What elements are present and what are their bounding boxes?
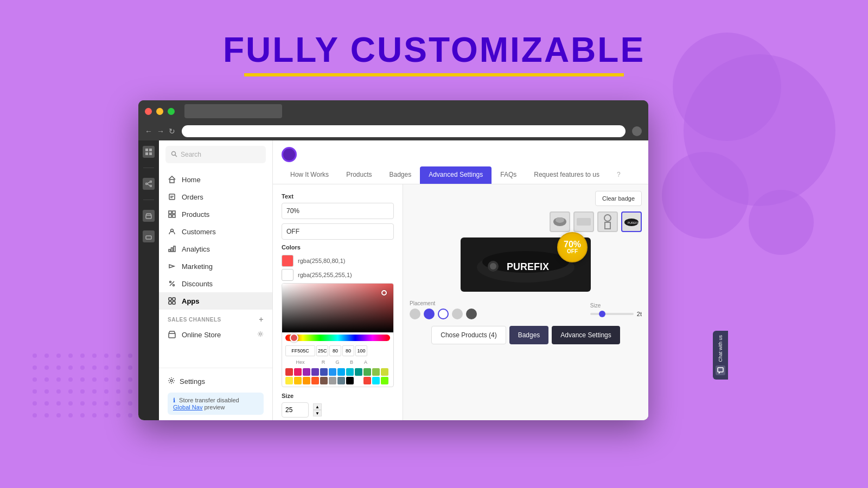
back-button[interactable]: ← bbox=[145, 127, 152, 136]
a-input[interactable] bbox=[355, 345, 367, 356]
color-swatch-small-12[interactable] bbox=[285, 377, 293, 384]
settings-item[interactable]: Settings bbox=[168, 374, 264, 389]
clear-badge-button[interactable]: Clear badge bbox=[595, 191, 642, 206]
icon-sidebar-store[interactable] bbox=[143, 210, 155, 222]
color-swatch-small-19[interactable] bbox=[346, 377, 354, 384]
sidebar-item-orders[interactable]: Orders bbox=[159, 188, 272, 206]
color-swatch-small-18[interactable] bbox=[337, 377, 345, 384]
size-label: Size bbox=[282, 393, 394, 399]
color-picker[interactable]: Hex R G B A bbox=[282, 283, 394, 387]
size-decrement[interactable]: ▼ bbox=[313, 410, 322, 416]
size-increment[interactable]: ▲ bbox=[313, 403, 322, 410]
thumb-3[interactable] bbox=[597, 211, 618, 232]
tab-request-features[interactable]: Request features to us bbox=[525, 166, 608, 184]
size-slider-thumb[interactable] bbox=[599, 311, 605, 317]
tab-products[interactable]: Products bbox=[337, 166, 380, 184]
store-settings-icon[interactable] bbox=[257, 331, 264, 339]
sidebar-item-marketing[interactable]: Marketing bbox=[159, 258, 272, 275]
traffic-light-green[interactable] bbox=[168, 108, 175, 115]
tab-faqs[interactable]: FAQs bbox=[492, 166, 525, 184]
global-nav-link[interactable]: Global Nav bbox=[173, 404, 202, 410]
tab-help[interactable]: ? bbox=[608, 166, 629, 184]
chat-icon[interactable] bbox=[716, 365, 725, 375]
dot-25 bbox=[92, 377, 97, 382]
icon-sidebar-settings2[interactable] bbox=[143, 230, 155, 242]
traffic-light-red[interactable] bbox=[145, 108, 152, 115]
sidebar-item-online-store[interactable]: Online Store bbox=[159, 326, 272, 343]
refresh-button[interactable]: ↻ bbox=[169, 127, 175, 136]
placement-dot-mr[interactable] bbox=[466, 309, 477, 319]
thumb-2[interactable] bbox=[573, 211, 594, 232]
b-input[interactable] bbox=[342, 345, 354, 356]
sidebar-item-discounts[interactable]: Discounts bbox=[159, 275, 272, 292]
color-swatch-small-16[interactable] bbox=[320, 377, 328, 384]
tab-advanced-settings[interactable]: Advanced Settings bbox=[420, 166, 492, 184]
tab-badges[interactable]: Badges bbox=[380, 166, 420, 184]
thumb-1[interactable] bbox=[550, 211, 570, 232]
badges-button[interactable]: Badges bbox=[509, 326, 549, 344]
color-swatch-small-9[interactable] bbox=[363, 368, 371, 376]
text-input-1[interactable] bbox=[282, 203, 394, 219]
sidebar-item-home[interactable]: Home bbox=[159, 171, 272, 188]
sidebar-item-apps[interactable]: Apps bbox=[159, 292, 272, 310]
color-swatch-small-14[interactable] bbox=[303, 377, 310, 384]
placement-dot-ml[interactable] bbox=[452, 309, 463, 319]
color-swatch-small-6[interactable] bbox=[337, 368, 345, 376]
traffic-light-yellow[interactable] bbox=[156, 108, 163, 115]
browser-chrome bbox=[138, 100, 648, 122]
color-swatch-small-13[interactable] bbox=[294, 377, 302, 384]
add-channel-icon[interactable]: + bbox=[259, 315, 264, 324]
color-swatch-small-15[interactable] bbox=[311, 377, 319, 384]
color-swatch-small-20[interactable] bbox=[355, 377, 362, 384]
color-swatch-small-22[interactable] bbox=[372, 377, 380, 384]
sidebar-item-analytics[interactable]: Analytics bbox=[159, 240, 272, 258]
thumb-4[interactable]: PUREFIX bbox=[621, 211, 642, 232]
color-inputs-row bbox=[282, 343, 393, 358]
orders-icon bbox=[168, 192, 176, 201]
icon-sidebar-dashboard[interactable] bbox=[143, 146, 155, 158]
hue-cursor[interactable] bbox=[290, 333, 298, 342]
choose-products-button[interactable]: Chose Products (4) bbox=[431, 326, 506, 344]
size-slider[interactable] bbox=[590, 313, 634, 315]
hex-input[interactable] bbox=[285, 345, 315, 356]
hue-bar[interactable] bbox=[285, 335, 390, 341]
color-swatch-small-8[interactable] bbox=[355, 368, 362, 376]
r-input[interactable] bbox=[316, 345, 328, 356]
placement-dot-tl[interactable] bbox=[410, 309, 420, 319]
sidebar-item-customers[interactable]: Customers bbox=[159, 223, 272, 240]
color-swatch-small-23[interactable] bbox=[381, 377, 388, 384]
svg-rect-47 bbox=[718, 368, 723, 372]
color-swatch-small-21[interactable] bbox=[363, 377, 371, 384]
color-swatch-small-17[interactable] bbox=[329, 377, 336, 384]
color-swatch-small-1[interactable] bbox=[294, 368, 302, 376]
color-swatch-small-10[interactable] bbox=[372, 368, 380, 376]
text-input-2[interactable] bbox=[282, 223, 394, 240]
dot-14 bbox=[80, 365, 85, 370]
tab-how-it-works[interactable]: How It Works bbox=[282, 166, 337, 184]
sidebar-item-products[interactable]: Products bbox=[159, 206, 272, 223]
address-bar[interactable] bbox=[182, 125, 626, 137]
icon-sidebar-flow[interactable] bbox=[143, 178, 155, 190]
search-bar[interactable]: Search bbox=[165, 146, 266, 163]
browser-tab[interactable] bbox=[184, 104, 282, 118]
chat-widget[interactable]: Chat with us bbox=[713, 331, 728, 380]
forward-button[interactable]: → bbox=[157, 127, 164, 136]
advance-settings-button[interactable]: Advance Settings bbox=[552, 326, 620, 344]
color-swatch-2[interactable] bbox=[282, 269, 293, 281]
g-input[interactable] bbox=[329, 345, 341, 356]
color-swatch-small-4[interactable] bbox=[320, 368, 328, 376]
color-swatch-small-11[interactable] bbox=[381, 368, 388, 376]
color-swatch-small-7[interactable] bbox=[346, 368, 354, 376]
size-input[interactable] bbox=[282, 402, 309, 418]
color-swatch-small-2[interactable] bbox=[303, 368, 310, 376]
gradient-cursor[interactable] bbox=[381, 290, 387, 296]
chat-label: Chat with us bbox=[718, 335, 723, 362]
placement-dot-tr[interactable] bbox=[438, 309, 449, 319]
placement-dot-tc[interactable] bbox=[424, 309, 435, 319]
color-swatch-small-0[interactable] bbox=[285, 368, 293, 376]
color-swatch-small-3[interactable] bbox=[311, 368, 319, 376]
color-swatch-small-5[interactable] bbox=[329, 368, 336, 376]
color-swatch-1[interactable] bbox=[282, 255, 293, 267]
browser-action-icon[interactable] bbox=[632, 126, 642, 136]
color-gradient[interactable] bbox=[282, 284, 393, 332]
